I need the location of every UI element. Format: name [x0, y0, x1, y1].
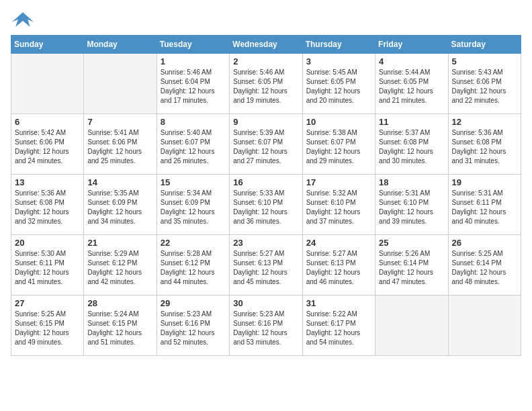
column-header-monday: Monday — [84, 36, 157, 54]
day-info: Sunrise: 5:25 AM Sunset: 6:14 PM Dayligh… — [452, 249, 517, 287]
day-cell — [11, 54, 84, 114]
page-header — [11, 11, 521, 30]
day-cell: 5Sunrise: 5:43 AM Sunset: 6:06 PM Daylig… — [448, 54, 521, 114]
day-info: Sunrise: 5:25 AM Sunset: 6:15 PM Dayligh… — [15, 310, 80, 347]
day-info: Sunrise: 5:43 AM Sunset: 6:06 PM Dayligh… — [452, 68, 517, 105]
day-info: Sunrise: 5:36 AM Sunset: 6:08 PM Dayligh… — [15, 189, 80, 226]
day-cell: 28Sunrise: 5:24 AM Sunset: 6:15 PM Dayli… — [84, 295, 157, 356]
day-cell: 13Sunrise: 5:36 AM Sunset: 6:08 PM Dayli… — [11, 175, 84, 235]
day-cell: 11Sunrise: 5:37 AM Sunset: 6:08 PM Dayli… — [375, 114, 448, 175]
day-cell — [375, 295, 448, 356]
day-number: 5 — [452, 56, 517, 66]
week-row-4: 20Sunrise: 5:30 AM Sunset: 6:11 PM Dayli… — [11, 235, 521, 295]
day-number: 7 — [87, 117, 152, 127]
day-cell: 7Sunrise: 5:41 AM Sunset: 6:06 PM Daylig… — [84, 114, 157, 175]
day-info: Sunrise: 5:22 AM Sunset: 6:17 PM Dayligh… — [306, 310, 371, 347]
day-cell: 24Sunrise: 5:27 AM Sunset: 6:13 PM Dayli… — [302, 235, 375, 295]
day-number: 21 — [87, 238, 152, 248]
day-info: Sunrise: 5:39 AM Sunset: 6:07 PM Dayligh… — [233, 128, 298, 166]
day-cell: 25Sunrise: 5:26 AM Sunset: 6:14 PM Dayli… — [375, 235, 448, 295]
day-cell: 10Sunrise: 5:38 AM Sunset: 6:07 PM Dayli… — [302, 114, 375, 175]
day-info: Sunrise: 5:32 AM Sunset: 6:10 PM Dayligh… — [306, 189, 371, 226]
column-header-tuesday: Tuesday — [157, 36, 229, 54]
day-cell: 31Sunrise: 5:22 AM Sunset: 6:17 PM Dayli… — [302, 295, 375, 356]
day-info: Sunrise: 5:46 AM Sunset: 6:04 PM Dayligh… — [161, 68, 226, 105]
day-info: Sunrise: 5:23 AM Sunset: 6:16 PM Dayligh… — [161, 310, 226, 347]
day-cell: 26Sunrise: 5:25 AM Sunset: 6:14 PM Dayli… — [448, 235, 521, 295]
day-number: 25 — [379, 238, 444, 248]
day-info: Sunrise: 5:42 AM Sunset: 6:06 PM Dayligh… — [15, 128, 80, 166]
day-info: Sunrise: 5:30 AM Sunset: 6:11 PM Dayligh… — [15, 249, 80, 287]
day-info: Sunrise: 5:27 AM Sunset: 6:13 PM Dayligh… — [233, 249, 298, 287]
day-number: 17 — [306, 177, 371, 187]
day-cell: 1Sunrise: 5:46 AM Sunset: 6:04 PM Daylig… — [157, 54, 229, 114]
svg-marker-0 — [12, 12, 34, 27]
day-cell — [84, 54, 157, 114]
day-number: 24 — [306, 238, 371, 248]
day-info: Sunrise: 5:31 AM Sunset: 6:10 PM Dayligh… — [379, 189, 444, 226]
day-cell: 23Sunrise: 5:27 AM Sunset: 6:13 PM Dayli… — [230, 235, 302, 295]
day-number: 22 — [161, 238, 226, 248]
day-number: 11 — [379, 117, 444, 127]
day-number: 12 — [452, 117, 517, 127]
day-cell: 8Sunrise: 5:40 AM Sunset: 6:07 PM Daylig… — [157, 114, 229, 175]
day-info: Sunrise: 5:34 AM Sunset: 6:09 PM Dayligh… — [161, 189, 226, 226]
logo — [11, 11, 39, 30]
column-header-wednesday: Wednesday — [230, 36, 302, 54]
day-info: Sunrise: 5:40 AM Sunset: 6:07 PM Dayligh… — [161, 128, 226, 166]
day-cell: 30Sunrise: 5:23 AM Sunset: 6:16 PM Dayli… — [230, 295, 302, 356]
day-info: Sunrise: 5:27 AM Sunset: 6:13 PM Dayligh… — [306, 249, 371, 287]
calendar-table: SundayMondayTuesdayWednesdayThursdayFrid… — [11, 35, 521, 356]
day-number: 14 — [87, 177, 152, 187]
day-number: 4 — [379, 56, 444, 66]
day-cell: 15Sunrise: 5:34 AM Sunset: 6:09 PM Dayli… — [157, 175, 229, 235]
day-info: Sunrise: 5:35 AM Sunset: 6:09 PM Dayligh… — [87, 189, 152, 226]
day-number: 29 — [161, 298, 226, 308]
day-info: Sunrise: 5:37 AM Sunset: 6:08 PM Dayligh… — [379, 128, 444, 166]
day-number: 26 — [452, 238, 517, 248]
day-number: 20 — [15, 238, 80, 248]
day-cell: 27Sunrise: 5:25 AM Sunset: 6:15 PM Dayli… — [11, 295, 84, 356]
day-cell: 29Sunrise: 5:23 AM Sunset: 6:16 PM Dayli… — [157, 295, 229, 356]
day-cell: 18Sunrise: 5:31 AM Sunset: 6:10 PM Dayli… — [375, 175, 448, 235]
day-number: 31 — [306, 298, 371, 308]
column-header-friday: Friday — [375, 36, 448, 54]
day-cell: 9Sunrise: 5:39 AM Sunset: 6:07 PM Daylig… — [230, 114, 302, 175]
day-info: Sunrise: 5:31 AM Sunset: 6:11 PM Dayligh… — [452, 189, 517, 226]
day-number: 8 — [161, 117, 226, 127]
day-cell: 4Sunrise: 5:44 AM Sunset: 6:05 PM Daylig… — [375, 54, 448, 114]
day-info: Sunrise: 5:38 AM Sunset: 6:07 PM Dayligh… — [306, 128, 371, 166]
day-cell: 14Sunrise: 5:35 AM Sunset: 6:09 PM Dayli… — [84, 175, 157, 235]
column-header-sunday: Sunday — [11, 36, 84, 54]
day-number: 2 — [233, 56, 298, 66]
day-info: Sunrise: 5:24 AM Sunset: 6:15 PM Dayligh… — [87, 310, 152, 347]
day-cell: 21Sunrise: 5:29 AM Sunset: 6:12 PM Dayli… — [84, 235, 157, 295]
day-number: 15 — [161, 177, 226, 187]
day-number: 30 — [233, 298, 298, 308]
day-info: Sunrise: 5:29 AM Sunset: 6:12 PM Dayligh… — [87, 249, 152, 287]
day-number: 10 — [306, 117, 371, 127]
day-info: Sunrise: 5:33 AM Sunset: 6:10 PM Dayligh… — [233, 189, 298, 226]
day-info: Sunrise: 5:23 AM Sunset: 6:16 PM Dayligh… — [233, 310, 298, 347]
day-cell: 16Sunrise: 5:33 AM Sunset: 6:10 PM Dayli… — [230, 175, 302, 235]
column-header-saturday: Saturday — [448, 36, 521, 54]
day-info: Sunrise: 5:41 AM Sunset: 6:06 PM Dayligh… — [87, 128, 152, 166]
day-number: 9 — [233, 117, 298, 127]
day-number: 16 — [233, 177, 298, 187]
day-cell: 19Sunrise: 5:31 AM Sunset: 6:11 PM Dayli… — [448, 175, 521, 235]
day-number: 3 — [306, 56, 371, 66]
day-cell — [448, 295, 521, 356]
day-cell: 17Sunrise: 5:32 AM Sunset: 6:10 PM Dayli… — [302, 175, 375, 235]
day-cell: 12Sunrise: 5:36 AM Sunset: 6:08 PM Dayli… — [448, 114, 521, 175]
week-row-5: 27Sunrise: 5:25 AM Sunset: 6:15 PM Dayli… — [11, 295, 521, 356]
day-number: 13 — [15, 177, 80, 187]
day-info: Sunrise: 5:26 AM Sunset: 6:14 PM Dayligh… — [379, 249, 444, 287]
week-row-3: 13Sunrise: 5:36 AM Sunset: 6:08 PM Dayli… — [11, 175, 521, 235]
day-number: 1 — [161, 56, 226, 66]
day-info: Sunrise: 5:36 AM Sunset: 6:08 PM Dayligh… — [452, 128, 517, 166]
day-cell: 3Sunrise: 5:45 AM Sunset: 6:05 PM Daylig… — [302, 54, 375, 114]
day-cell: 20Sunrise: 5:30 AM Sunset: 6:11 PM Dayli… — [11, 235, 84, 295]
day-cell: 6Sunrise: 5:42 AM Sunset: 6:06 PM Daylig… — [11, 114, 84, 175]
day-number: 19 — [452, 177, 517, 187]
day-info: Sunrise: 5:46 AM Sunset: 6:05 PM Dayligh… — [233, 68, 298, 105]
